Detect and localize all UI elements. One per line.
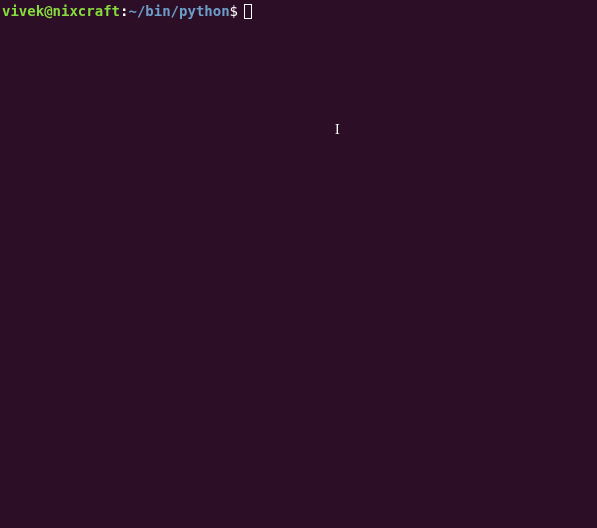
prompt-symbol: $ (230, 2, 238, 20)
prompt-line: vivek@nixcraft:~/bin/python$ (2, 2, 595, 20)
user-host-label: vivek@nixcraft (2, 2, 120, 20)
terminal-window[interactable]: vivek@nixcraft:~/bin/python$ (0, 0, 597, 528)
cursor-block-icon (244, 4, 252, 19)
current-directory: ~/bin/python (128, 2, 229, 20)
path-separator: : (120, 2, 128, 20)
